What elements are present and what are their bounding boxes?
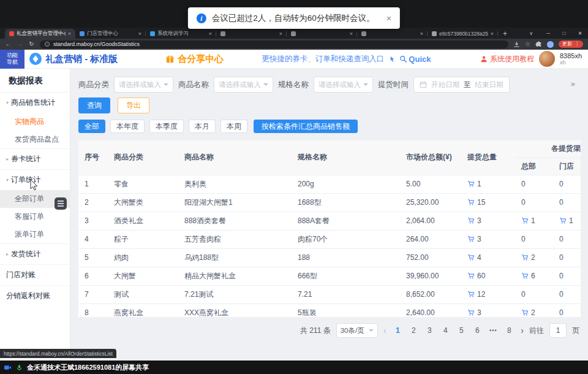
sidebar-item[interactable]: 实物商品 [0,113,70,131]
cell-name: 五芳斋肉粽 [178,230,292,248]
cell-store-count: 0 [553,230,581,248]
quick-filter-chip[interactable]: 全部 [78,120,105,133]
menu-lines-icon [58,203,64,204]
page-number-6[interactable]: 6 [471,326,483,335]
page-number-1[interactable]: 1 [391,326,404,335]
tab-favicon [432,31,437,36]
collapse-panel-icon[interactable]: » [571,79,575,88]
function-nav-button[interactable]: 功能导航 [0,50,24,69]
tab-close-icon[interactable]: × [420,31,423,37]
filter-row: 商品分类 请选择或输入 商品名称 请选择或输入 规格名称 请选择或输入 提货时间… [78,77,581,93]
download-icon[interactable] [513,41,520,48]
window-controls: ∨ ─ □ ✕ [529,28,588,39]
tab-close-icon[interactable]: × [491,31,494,37]
browser-tab[interactable]: × [216,29,287,39]
sidebar-item[interactable]: 派单订单 [0,226,70,243]
site-info-icon[interactable]: i [45,42,50,47]
page-ellipsis[interactable]: ••• [487,327,499,334]
table-row: 8燕窝礼盒XXX燕窝礼盒5瓶装2,640.00320 [78,303,581,317]
page-number-5[interactable]: 5 [455,326,467,335]
quick-filter-chip[interactable]: 本年度 [110,120,145,133]
back-icon[interactable]: ← [5,41,12,47]
sidebar-group: 分销返利对账 [0,285,70,306]
sidebar-group-label[interactable]: ▸发货统计 [0,244,70,264]
browser-tab[interactable]: × [357,29,428,39]
date-range-picker[interactable]: 开始日期 至 结束日期 [413,77,510,93]
column-header: 市场价总额(¥) [400,140,461,175]
pointer-icon [389,56,396,63]
sidebar-group-label[interactable]: 门店对账 [0,265,70,285]
summary-button[interactable]: 按检索条件汇总商品销售额 [254,120,358,133]
sidebar-group-label[interactable]: ▾商品销售统计 [0,93,70,113]
browser-tab[interactable]: 礼盒营销平台管理中心× [5,29,75,39]
person-icon [480,55,488,63]
category-select[interactable]: 请选择或输入 [114,77,173,93]
tab-search-icon[interactable]: ∨ [529,31,533,36]
name-select[interactable]: 请选择或输入 [214,77,273,93]
quick-filter-chip[interactable]: 本月 [189,120,216,133]
browser-tab[interactable]: 门店管理中心× [75,29,146,39]
pickup-count: 3 [477,308,481,317]
user-avatar[interactable] [539,51,555,67]
cell-category: 大闸蟹 [108,267,178,285]
sidebar-group-text: 门店对账 [6,270,36,280]
share-center-link[interactable]: 合分享中心 [165,53,224,65]
quick-filter-chip[interactable]: 本季度 [149,120,184,133]
browser-update-button[interactable]: 更新 ⋮ [559,40,583,48]
feedback-float-button[interactable] [55,197,67,210]
cell-index: 6 [78,267,108,285]
page-number-2[interactable]: 2 [407,326,420,335]
extensions-puzzle-icon[interactable] [535,41,542,48]
tab-close-icon[interactable]: × [68,31,71,37]
pickup-count: 6 [531,272,535,280]
spec-select[interactable]: 请选择或输入 [314,77,373,93]
refresh-icon[interactable]: ↻ [28,41,35,47]
page-size-select[interactable]: 30条/页 [336,323,378,338]
next-page-button[interactable]: › [521,326,524,335]
browser-tab[interactable]: × [287,29,357,39]
page-number-4[interactable]: 4 [439,326,451,335]
cell-store-count: 0 [553,303,581,317]
prev-page-button[interactable]: ‹ [383,326,386,335]
maximize-button[interactable]: □ [556,28,572,39]
tab-close-icon[interactable]: × [350,31,353,37]
goto-page-input[interactable]: 1 [549,323,567,338]
search-icon [399,55,407,63]
export-button[interactable]: 导出 [118,97,149,113]
kebab-menu-icon[interactable]: ⋮ [575,42,579,47]
meeting-camera-icon [4,364,12,372]
page-number-8[interactable]: 8 [503,326,515,335]
sidebar-group-text: 商品销售统计 [11,97,55,108]
search-button[interactable]: 查询 [78,97,110,113]
table-panel: 序号商品分类商品名称规格名称市场价总额(¥)提货总量各提货渠道总部门店 1零食奥… [78,140,581,317]
tab-close-icon[interactable]: × [138,31,141,37]
sidebar-group: ▸券卡统计 [0,148,70,169]
toast-message: 会议已超过2人，自动转为60分钟限时会议。 [212,13,375,24]
tab-close-icon[interactable]: × [209,31,212,37]
toast-close-icon[interactable]: × [386,13,391,23]
address-bar[interactable]: i standard.maboy.cn/GoodsStatistics [40,40,508,48]
start-date-placeholder: 开始日期 [431,80,459,90]
sidebar-item[interactable]: 发货商品盘点 [0,131,70,148]
sidebar-group-label[interactable]: ▸券卡统计 [0,149,70,169]
browser-profile-avatar[interactable] [547,41,554,48]
quick-search-link[interactable]: Quick [399,55,431,64]
quick-filter-chip[interactable]: 本周 [221,120,247,133]
browser-tab[interactable]: e8c573980b1328a258fd2e6i× [428,29,498,39]
bookmark-star-icon[interactable]: ☆ [525,41,530,47]
sidebar-group-label[interactable]: 分销返利对账 [0,286,70,306]
sidebar-item[interactable]: 客服订单 [0,208,70,226]
table-row: 2大闸蟹类阳澄湖大闸蟹11688型25,320.001500 [78,193,581,212]
forward-icon[interactable]: → [17,41,23,47]
browser-tab[interactable]: 系统培训学习× [146,29,216,39]
chevron-collapsed-icon: ▸ [6,156,9,162]
close-window-button[interactable]: ✕ [572,28,588,39]
cell-name: 乌鸡188型 [178,248,292,267]
new-tab-button[interactable]: + [503,30,507,37]
tab-close-icon[interactable]: × [279,31,282,37]
tutorial-link[interactable]: 系统使用教程 [480,54,534,64]
cell-hq-count: 0 [515,175,553,193]
page-number-3[interactable]: 3 [423,326,435,335]
minimize-button[interactable]: ─ [540,28,556,39]
cell-hq-count: 2 [515,303,553,317]
